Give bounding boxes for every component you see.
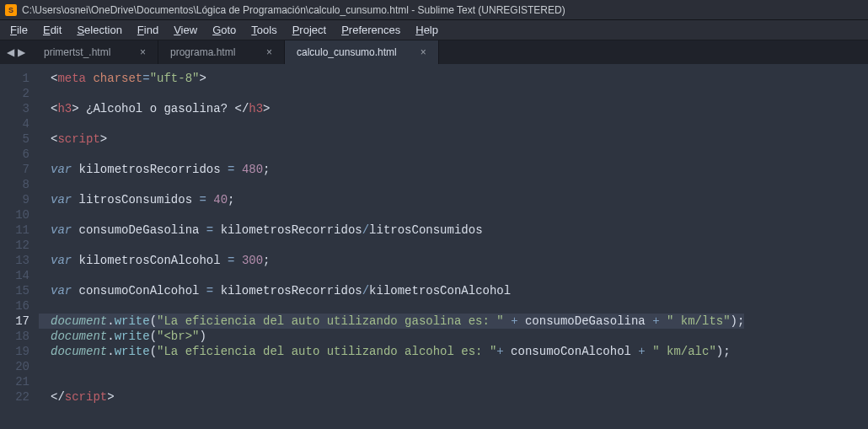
nav-forward-icon[interactable]: ▶ (18, 46, 25, 58)
tab-label: programa.html (170, 46, 235, 58)
code-line[interactable] (51, 359, 744, 374)
line-number: 16 (0, 298, 29, 314)
line-number: 6 (0, 147, 29, 162)
nav-back-icon[interactable]: ◀ (7, 46, 14, 58)
line-number: 15 (0, 283, 29, 298)
code-line[interactable]: var consumoConAlcohol = kilometrosRecorr… (51, 283, 744, 298)
code-line[interactable]: var consumoDeGasolina = kilometrosRecorr… (51, 223, 744, 238)
code-line[interactable] (51, 147, 744, 162)
line-number: 9 (0, 192, 29, 207)
line-number: 3 (0, 101, 29, 116)
code-line[interactable]: var kilometrosConAlcohol = 300; (51, 253, 744, 268)
line-number: 8 (0, 177, 29, 192)
line-number: 2 (0, 86, 29, 101)
menu-file[interactable]: File (3, 22, 35, 38)
title-bar: S C:\Users\osnei\OneDrive\Documentos\Lóg… (0, 0, 868, 20)
menu-view[interactable]: View (167, 22, 204, 38)
code-line[interactable]: var kilometrosRecorridos = 480; (51, 162, 744, 177)
tab-label: primertst_.html (44, 46, 110, 58)
menu-project[interactable]: Project (286, 22, 333, 38)
line-number: 14 (0, 268, 29, 283)
line-number: 13 (0, 253, 29, 268)
menu-goto[interactable]: Goto (206, 22, 243, 38)
menu-find[interactable]: Find (131, 22, 165, 38)
code-line[interactable] (51, 177, 744, 192)
code-line[interactable]: <script> (51, 131, 744, 147)
code-line[interactable]: <meta charset="uft-8"> (51, 71, 744, 86)
editor[interactable]: 12345678910111213141516171819202122 <met… (0, 64, 868, 429)
code-line[interactable] (51, 374, 744, 389)
gutter: 12345678910111213141516171819202122 (0, 64, 39, 429)
close-icon[interactable]: × (140, 46, 146, 58)
menu-selection[interactable]: Selection (70, 22, 128, 38)
tab-1[interactable]: programa.html× (158, 40, 285, 64)
tab-2[interactable]: calculo_cunsumo.html× (285, 40, 439, 64)
menu-bar: FileEditSelectionFindViewGotoToolsProjec… (0, 20, 868, 40)
menu-preferences[interactable]: Preferences (335, 22, 407, 38)
tab-label: calculo_cunsumo.html (297, 46, 397, 58)
app-icon: S (5, 4, 17, 16)
menu-help[interactable]: Help (409, 22, 445, 38)
tabs-row: ◀ ▶ primertst_.html×programa.html×calcul… (0, 40, 868, 64)
tab-0[interactable]: primertst_.html× (32, 40, 158, 64)
window-title: C:\Users\osnei\OneDrive\Documentos\Lógic… (22, 4, 565, 16)
code-line[interactable]: document.write("La eficiencia del auto u… (51, 344, 744, 359)
line-number: 19 (0, 344, 29, 359)
code-line[interactable] (51, 207, 744, 223)
line-number: 7 (0, 162, 29, 177)
line-number: 20 (0, 359, 29, 374)
line-number: 17 (0, 314, 29, 329)
line-number: 1 (0, 71, 29, 86)
line-number: 18 (0, 329, 29, 344)
code-line[interactable]: document.write("<br>") (51, 329, 744, 344)
close-icon[interactable]: × (266, 46, 272, 58)
code-line[interactable]: <h3> ¿Alcohol o gasolina? </h3> (51, 101, 744, 116)
code-line[interactable] (51, 116, 744, 131)
code-line[interactable] (51, 86, 744, 101)
line-number: 10 (0, 207, 29, 223)
code-line[interactable]: </script> (51, 389, 744, 405)
tab-nav-arrows: ◀ ▶ (0, 40, 32, 64)
code-line[interactable]: var litrosConsumidos = 40; (51, 192, 744, 207)
code-line[interactable] (51, 298, 744, 314)
code-line[interactable] (51, 268, 744, 283)
close-icon[interactable]: × (421, 46, 426, 58)
line-number: 5 (0, 131, 29, 147)
code-line[interactable]: document.write("La eficiencia del auto u… (39, 314, 744, 329)
code-area[interactable]: <meta charset="uft-8"> <h3> ¿Alcohol o g… (39, 64, 744, 429)
line-number: 22 (0, 389, 29, 405)
menu-edit[interactable]: Edit (36, 22, 68, 38)
menu-tools[interactable]: Tools (244, 22, 283, 38)
line-number: 12 (0, 238, 29, 253)
line-number: 21 (0, 374, 29, 389)
line-number: 11 (0, 223, 29, 238)
line-number: 4 (0, 116, 29, 131)
code-line[interactable] (51, 238, 744, 253)
